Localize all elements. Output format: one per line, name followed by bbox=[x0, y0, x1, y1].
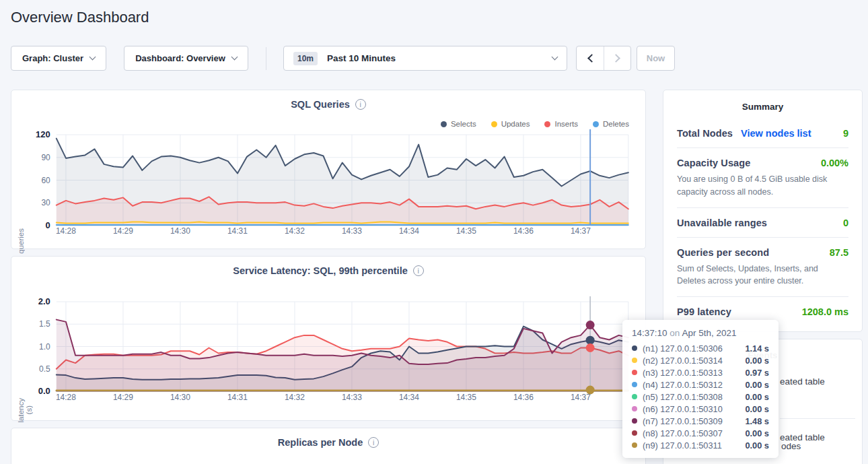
tooltip-node-row: (n5) 127.0.0.1:503080.00 s bbox=[632, 391, 769, 403]
info-icon[interactable]: i bbox=[355, 99, 366, 110]
chevron-right-icon bbox=[612, 54, 620, 63]
svg-text:0.0: 0.0 bbox=[38, 386, 50, 396]
svg-text:14:33: 14:33 bbox=[342, 393, 362, 402]
chart-title-replicas-per-node: Replicas per Node bbox=[278, 437, 363, 448]
svg-text:14:31: 14:31 bbox=[227, 393, 248, 402]
tooltip-node-value: 0.00 s bbox=[745, 392, 769, 402]
svg-text:14:28: 14:28 bbox=[56, 393, 76, 402]
summary-panel: Summary Total NodesView nodes list9Capac… bbox=[663, 90, 863, 332]
tooltip-node-address: (n6) 127.0.0.1:50310 bbox=[643, 404, 739, 414]
tooltip-node-address: (n9) 127.0.0.1:50311 bbox=[643, 440, 739, 451]
svg-text:14:35: 14:35 bbox=[456, 393, 476, 402]
stat-value: 9 bbox=[843, 128, 848, 139]
chart-title-sql-queries: SQL Queries bbox=[291, 99, 350, 110]
summary-stat-row: Capacity Usage0.00%You are using 0 B of … bbox=[677, 148, 848, 208]
svg-text:14:36: 14:36 bbox=[513, 393, 534, 402]
series-dot-icon bbox=[632, 358, 637, 363]
series-dot-icon bbox=[632, 382, 637, 387]
tooltip-node-address: (n2) 127.0.0.1:50314 bbox=[643, 356, 739, 366]
chart-hover-tooltip: 14:37:10 on Apr 5th, 2021 (n1) 127.0.0.1… bbox=[622, 320, 779, 458]
time-back-button[interactable] bbox=[577, 46, 604, 70]
tooltip-node-address: (n5) 127.0.0.1:50308 bbox=[643, 392, 739, 402]
replicas-per-node-card: Replicas per Node i bbox=[11, 428, 646, 464]
tooltip-node-value: 0.00 s bbox=[745, 356, 769, 366]
info-icon[interactable]: i bbox=[368, 437, 379, 448]
series-dot-icon bbox=[632, 394, 637, 399]
sql-queries-chart[interactable]: 030609012014:2814:2914:3014:3114:3214:33… bbox=[17, 124, 643, 244]
tooltip-node-value: 1.14 s bbox=[745, 343, 769, 354]
tooltip-node-row: (n4) 127.0.0.1:503120.00 s bbox=[632, 378, 769, 391]
tooltip-node-address: (n8) 127.0.0.1:50307 bbox=[643, 428, 739, 438]
time-range-label: Past 10 Minutes bbox=[327, 53, 396, 63]
svg-text:14:29: 14:29 bbox=[113, 226, 133, 236]
time-step-buttons bbox=[576, 46, 631, 71]
tooltip-node-row: (n6) 127.0.0.1:503100.00 s bbox=[632, 403, 769, 415]
tooltip-node-value: 0.97 s bbox=[745, 368, 769, 378]
tooltip-node-row: (n3) 127.0.0.1:503130.97 s bbox=[632, 366, 769, 378]
svg-text:90: 90 bbox=[41, 153, 50, 162]
tooltip-node-address: (n7) 127.0.0.1:50309 bbox=[643, 416, 739, 426]
svg-text:14:28: 14:28 bbox=[56, 226, 76, 236]
stat-value: 1208.0 ms bbox=[802, 306, 848, 317]
stat-value: 0.00% bbox=[821, 158, 848, 168]
event-item-fragment[interactable]: eated table bbox=[780, 376, 825, 387]
graph-scope-dropdown[interactable]: Graph: Cluster bbox=[11, 46, 106, 71]
stat-value: 87.5 bbox=[830, 247, 848, 258]
stat-value: 0 bbox=[843, 218, 848, 228]
tooltip-timestamp: 14:37:10 on Apr 5th, 2021 bbox=[632, 328, 769, 338]
svg-text:14:35: 14:35 bbox=[456, 226, 476, 236]
series-dot-icon bbox=[632, 370, 637, 375]
svg-text:14:34: 14:34 bbox=[399, 226, 419, 236]
stat-label: Queries per second bbox=[677, 247, 769, 258]
service-latency-chart[interactable]: 0.00.51.01.52.014:2814:2914:3014:3114:32… bbox=[17, 290, 643, 410]
summary-stat-row: Total NodesView nodes list9 bbox=[677, 119, 848, 148]
now-button[interactable]: Now bbox=[637, 46, 675, 71]
stat-description: Sum of Selects, Updates, Inserts, and De… bbox=[677, 263, 848, 288]
svg-text:30: 30 bbox=[41, 198, 50, 207]
page-title: Overview Dashboard bbox=[11, 9, 149, 26]
svg-text:0.5: 0.5 bbox=[39, 364, 50, 374]
series-dot-icon bbox=[632, 345, 637, 351]
stat-label: Capacity Usage bbox=[677, 158, 750, 168]
tooltip-node-row: (n2) 127.0.0.1:503140.00 s bbox=[632, 354, 769, 366]
time-range-picker[interactable]: 10m Past 10 Minutes bbox=[283, 46, 567, 71]
chevron-down-icon bbox=[231, 54, 238, 61]
chevron-down-icon bbox=[552, 54, 558, 61]
chevron-left-icon bbox=[587, 54, 596, 63]
stat-label: P99 latency bbox=[677, 306, 731, 317]
svg-text:14:30: 14:30 bbox=[170, 226, 190, 236]
svg-text:14:32: 14:32 bbox=[285, 393, 305, 402]
svg-text:14:37: 14:37 bbox=[571, 393, 591, 402]
event-item-fragment[interactable]: odes bbox=[781, 441, 801, 451]
series-dot-icon bbox=[632, 418, 637, 424]
tooltip-node-value: 1.48 s bbox=[745, 416, 769, 426]
svg-text:1.5: 1.5 bbox=[39, 319, 50, 329]
tooltip-node-row: (n9) 127.0.0.1:503110.00 s bbox=[632, 439, 769, 451]
svg-text:14:36: 14:36 bbox=[513, 226, 534, 236]
toolbar-divider bbox=[266, 47, 266, 70]
sql-queries-card: SQL Queries i SelectsUpdatesInsertsDelet… bbox=[11, 90, 646, 249]
time-forward-button[interactable] bbox=[604, 46, 630, 70]
tooltip-node-value: 0.00 s bbox=[745, 404, 769, 414]
svg-text:1.0: 1.0 bbox=[39, 342, 50, 352]
summary-stat-row: Unavailable ranges0 bbox=[677, 208, 848, 238]
svg-text:14:34: 14:34 bbox=[399, 393, 419, 402]
tooltip-node-value: 0.00 s bbox=[745, 380, 769, 390]
time-range-badge: 10m bbox=[293, 52, 318, 65]
tooltip-node-address: (n3) 127.0.0.1:50313 bbox=[643, 368, 739, 378]
dashboard-dropdown[interactable]: Dashboard: Overview bbox=[124, 46, 248, 71]
svg-text:14:30: 14:30 bbox=[170, 393, 190, 402]
series-dot-icon bbox=[632, 406, 637, 411]
stat-description: You are using 0 B of 4.5 GiB usable disk… bbox=[677, 173, 848, 199]
chevron-down-icon bbox=[89, 54, 96, 61]
tooltip-node-row: (n8) 127.0.0.1:503070.00 s bbox=[632, 427, 769, 439]
tooltip-node-address: (n4) 127.0.0.1:50312 bbox=[643, 380, 739, 390]
service-latency-card: Service Latency: SQL, 99th percentile i … bbox=[11, 256, 646, 421]
svg-text:60: 60 bbox=[41, 176, 50, 185]
view-nodes-list-link[interactable]: View nodes list bbox=[741, 128, 811, 139]
info-icon[interactable]: i bbox=[413, 265, 424, 276]
summary-stat-row: Queries per second87.5Sum of Selects, Up… bbox=[677, 238, 848, 298]
tooltip-node-row: (n1) 127.0.0.1:503061.14 s bbox=[632, 342, 769, 354]
tooltip-node-value: 0.00 s bbox=[745, 428, 769, 438]
svg-text:14:29: 14:29 bbox=[113, 393, 133, 402]
